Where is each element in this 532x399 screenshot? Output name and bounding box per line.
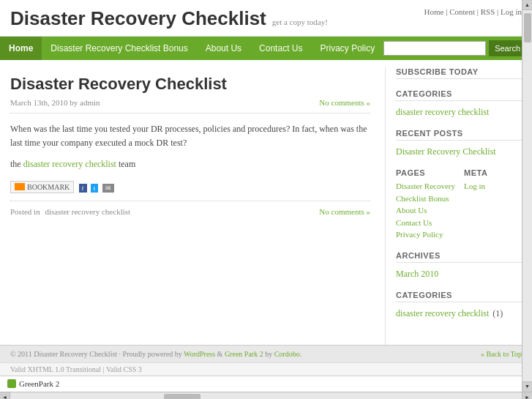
- header-content-link[interactable]: Content: [449, 7, 475, 16]
- sidebar-pages-title: PAGES: [396, 168, 457, 177]
- sidebar-category2-link[interactable]: disaster recovery checklist: [396, 308, 489, 318]
- main-nav: Home Disaster Recovery Checklist Bonus A…: [0, 37, 532, 60]
- scroll-up-button[interactable]: ▲: [522, 0, 532, 10]
- sidebar-recent-posts: RECENT POSTS Disaster Recovery Checklist: [396, 129, 525, 158]
- main-content: Disaster Recovery Checklist March 13th, …: [0, 67, 386, 345]
- bottom-bar: GreenPark 2: [0, 376, 532, 392]
- facebook-share-button[interactable]: f: [79, 184, 87, 193]
- footer-by: by: [263, 350, 274, 358]
- bookmark-button[interactable]: BOOKMARK: [10, 181, 74, 193]
- site-header: Disaster Recovery Checklist get a copy t…: [0, 0, 532, 37]
- post-team-line: the disaster recovery checklist team: [10, 157, 370, 171]
- vertical-scrollbar[interactable]: ▲ ▼: [522, 0, 532, 392]
- sidebar-meta-col: META Log in: [464, 168, 525, 241]
- post-meta: March 13th, 2010 by admin No comments »: [10, 98, 370, 113]
- post-date-author: March 13th, 2010 by admin: [10, 98, 100, 107]
- site-footer: © 2011 Disaster Recovery Checklist · Pro…: [0, 345, 532, 362]
- nav-privacy[interactable]: Privacy Policy: [311, 37, 383, 60]
- search-button[interactable]: Search: [489, 40, 526, 56]
- footer-amp: &: [215, 350, 225, 358]
- post-paragraph: When was the last time you tested your D…: [10, 122, 370, 150]
- footer-copyright: © 2011 Disaster Recovery Checklist · Pro…: [10, 350, 301, 358]
- nav-home[interactable]: Home: [0, 37, 42, 60]
- search-area: Search: [383, 40, 532, 56]
- sidebar-categories2: CATEGORIES disaster recovery checklist (…: [396, 291, 525, 320]
- main-nav-links: Home Disaster Recovery Checklist Bonus A…: [0, 37, 383, 60]
- category-link[interactable]: disaster recovery checklist: [45, 207, 130, 216]
- scroll-left-button[interactable]: ◄: [0, 392, 10, 400]
- sidebar-subscribe: SUBSCRIBE TODAY: [396, 67, 525, 79]
- nav-checklist-bonus[interactable]: Disaster Recovery Checklist Bonus: [42, 37, 196, 60]
- sidebar-columns: PAGES Disaster RecoveryChecklist Bonus A…: [396, 168, 525, 241]
- theme-link[interactable]: Green Park 2: [225, 350, 263, 358]
- bookmark-area: BOOKMARK f t ✉: [10, 181, 370, 194]
- site-title: Disaster Recovery Checklist: [10, 7, 266, 30]
- sidebar-recent-post-link[interactable]: Disaster Recovery Checklist: [396, 145, 525, 158]
- footer-comments-link[interactable]: No comments »: [319, 207, 370, 216]
- sidebar-page-contact[interactable]: Contact Us: [396, 217, 457, 229]
- author-link[interactable]: Cordobo.: [274, 350, 302, 358]
- sidebar-archives: ARCHIVES March 2010: [396, 251, 525, 280]
- post-team-suffix: team: [116, 159, 135, 169]
- wordpress-link[interactable]: WordPress: [184, 350, 215, 358]
- disaster-recovery-link[interactable]: disaster recovery checklist: [23, 159, 116, 169]
- sidebar-pages-meta: PAGES Disaster RecoveryChecklist Bonus A…: [396, 168, 525, 241]
- sidebar-pages-col: PAGES Disaster RecoveryChecklist Bonus A…: [396, 168, 457, 241]
- sidebar-category-link[interactable]: disaster recovery checklist: [396, 105, 525, 119]
- post-team-prefix: the: [10, 159, 23, 169]
- sidebar-subscribe-title: SUBSCRIBE TODAY: [396, 67, 525, 79]
- site-tagline: get a copy today!: [272, 18, 328, 26]
- sidebar-categories: CATEGORIES disaster recovery checklist: [396, 89, 525, 119]
- sidebar-archives-title: ARCHIVES: [396, 251, 525, 263]
- valid-text: Valid XHTML 1.0 Transitional | Valid CSS…: [10, 365, 142, 373]
- bookmark-icon: [15, 183, 25, 190]
- content-wrapper: Disaster Recovery Checklist March 13th, …: [0, 60, 532, 345]
- posted-in-label: Posted in: [10, 207, 40, 216]
- sidebar-categories-title: CATEGORIES: [396, 89, 525, 101]
- post-title: Disaster Recovery Checklist: [10, 75, 370, 94]
- sidebar-categories2-title: CATEGORIES: [396, 291, 525, 302]
- post-body: When was the last time you tested your D…: [10, 122, 370, 172]
- green-dot-icon: [7, 379, 16, 388]
- sidebar-page-checklist-bonus[interactable]: Disaster RecoveryChecklist Bonus: [396, 180, 457, 204]
- scrollbar-v-thumb[interactable]: [524, 13, 531, 42]
- copyright-text: © 2011 Disaster Recovery Checklist · Pro…: [10, 350, 184, 358]
- post-footer: Posted in disaster recovery checklist No…: [10, 201, 370, 216]
- bottom-bar-label: GreenPark 2: [19, 379, 59, 388]
- sidebar-category2-count: (1): [492, 308, 503, 318]
- back-to-top-link[interactable]: » Back to Top: [481, 350, 522, 358]
- email-share-button[interactable]: ✉: [102, 184, 114, 193]
- footer-valid: Valid XHTML 1.0 Transitional | Valid CSS…: [0, 362, 532, 376]
- nav-about[interactable]: About Us: [197, 37, 250, 60]
- sidebar-meta-title: META: [464, 168, 525, 177]
- post-comments-link[interactable]: No comments »: [319, 98, 370, 107]
- posted-in: Posted in disaster recovery checklist: [10, 207, 130, 216]
- header-login-link[interactable]: Log in: [501, 7, 522, 16]
- nav-contact[interactable]: Contact Us: [250, 37, 311, 60]
- sidebar-page-about[interactable]: About Us: [396, 204, 457, 217]
- scroll-right-button[interactable]: ►: [522, 392, 532, 400]
- scrollbar-h-track: [10, 392, 522, 400]
- search-input[interactable]: [383, 41, 486, 56]
- header-nav-links[interactable]: Home | Content | RSS | Log in: [424, 7, 522, 16]
- header-home-link[interactable]: Home: [424, 7, 444, 16]
- sidebar-login-link[interactable]: Log in: [464, 180, 525, 193]
- header-rss-link[interactable]: RSS: [481, 7, 495, 16]
- sidebar: SUBSCRIBE TODAY CATEGORIES disaster reco…: [386, 67, 532, 345]
- sidebar-archives-link[interactable]: March 2010: [396, 267, 525, 280]
- scroll-down-button[interactable]: ▼: [522, 381, 532, 392]
- twitter-share-button[interactable]: t: [91, 184, 99, 193]
- sidebar-page-privacy[interactable]: Privacy Policy: [396, 228, 457, 241]
- bookmark-label: BOOKMARK: [27, 183, 70, 191]
- sidebar-recent-title: RECENT POSTS: [396, 129, 525, 141]
- scrollbar-h-thumb[interactable]: [164, 394, 201, 400]
